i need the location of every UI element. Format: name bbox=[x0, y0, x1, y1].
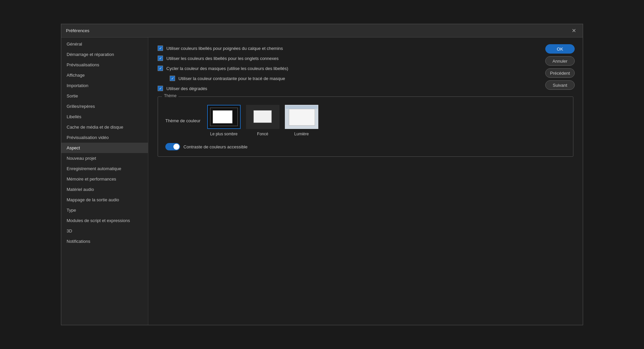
theme-color-label: Thème de couleur bbox=[165, 105, 200, 123]
theme-option-lumiere[interactable]: Lumière bbox=[285, 105, 318, 136]
sidebar-item-libelles[interactable]: Libellés bbox=[61, 112, 148, 122]
checkbox-cb3[interactable]: ✓ bbox=[158, 66, 163, 71]
sidebar-item-sortie[interactable]: Sortie bbox=[61, 91, 148, 101]
sidebar-item-previsualisation-video[interactable]: Prévisualisation vidéo bbox=[61, 132, 148, 143]
checkbox-cb5[interactable]: ✓ bbox=[158, 86, 163, 91]
checkmark-icon: ✓ bbox=[171, 77, 174, 80]
sidebar-item-mappage-audio[interactable]: Mappage de la sortie audio bbox=[61, 195, 148, 205]
checkbox-label-cb4: Utiliser la couleur contrastante pour le… bbox=[178, 76, 285, 81]
toggle-label: Contraste de couleurs accessible bbox=[183, 144, 248, 149]
thumb-inner bbox=[289, 109, 315, 126]
sidebar-item-general[interactable]: Général bbox=[61, 39, 148, 49]
ok-button[interactable]: OK bbox=[545, 44, 575, 54]
sidebar-item-aspect[interactable]: Aspect bbox=[61, 143, 148, 153]
checkbox-row-cb4: ✓Utiliser la couleur contrastante pour l… bbox=[170, 76, 573, 81]
theme-option-label-darkest: Le plus sombre bbox=[210, 132, 238, 136]
preferences-dialog: Préférences ✕ GénéralDémarrage et répara… bbox=[61, 24, 583, 325]
thumb-topbar bbox=[286, 106, 318, 109]
sidebar-item-notifications[interactable]: Notifications bbox=[61, 236, 148, 247]
checkbox-label-cb5: Utiliser des dégradés bbox=[166, 86, 207, 91]
action-buttons: OK Annuler Précédent Suivant bbox=[545, 44, 575, 90]
checkboxes-container: ✓Utiliser couleurs libellés pour poignée… bbox=[158, 46, 573, 91]
sidebar-item-nouveau-projet[interactable]: Nouveau projet bbox=[61, 153, 148, 163]
checkmark-icon: ✓ bbox=[159, 47, 162, 50]
sidebar-item-demarrage[interactable]: Démarrage et réparation bbox=[61, 49, 148, 60]
checkbox-row-cb5: ✓Utiliser des dégradés bbox=[158, 86, 573, 91]
sidebar-item-3d[interactable]: 3D bbox=[61, 226, 148, 236]
sidebar-item-importation[interactable]: Importation bbox=[61, 80, 148, 91]
theme-option-label-fonce: Foncé bbox=[257, 132, 268, 136]
checkmark-icon: ✓ bbox=[159, 87, 162, 90]
sidebar-item-modules-script[interactable]: Modules de script et expressions bbox=[61, 215, 148, 226]
checkmark-icon: ✓ bbox=[159, 67, 162, 70]
checkbox-cb2[interactable]: ✓ bbox=[158, 56, 163, 61]
checkbox-row-cb1: ✓Utiliser couleurs libellés pour poignée… bbox=[158, 46, 573, 51]
theme-thumbnail-darkest bbox=[207, 105, 241, 129]
sidebar-item-affichage[interactable]: Affichage bbox=[61, 70, 148, 80]
precedent-button[interactable]: Précédent bbox=[545, 68, 575, 78]
theme-options: Le plus sombreFoncéLumière bbox=[207, 105, 318, 136]
toggle-knob bbox=[173, 144, 179, 150]
checkbox-label-cb2: Utiliser les couleurs des libellés pour … bbox=[166, 56, 278, 61]
suivant-button[interactable]: Suivant bbox=[545, 80, 575, 90]
sidebar-item-previsualisations[interactable]: Prévisualisations bbox=[61, 60, 148, 70]
sidebar: GénéralDémarrage et réparationPrévisuali… bbox=[61, 38, 148, 325]
sidebar-item-grilles[interactable]: Grilles/repères bbox=[61, 101, 148, 112]
checkbox-label-cb1: Utiliser couleurs libellés pour poignées… bbox=[166, 46, 283, 51]
checkbox-row-cb3: ✓Cycler la couleur des masques (utilise … bbox=[158, 66, 573, 71]
theme-option-label-lumiere: Lumière bbox=[294, 132, 309, 136]
thumb-inner bbox=[213, 110, 233, 124]
sidebar-item-materiel-audio[interactable]: Matériel audio bbox=[61, 184, 148, 195]
checkbox-row-cb2: ✓Utiliser les couleurs des libellés pour… bbox=[158, 56, 573, 61]
checkbox-label-cb3: Cycler la couleur des masques (utilise l… bbox=[166, 66, 288, 71]
toggle-row: Contraste de couleurs accessible bbox=[165, 143, 566, 150]
theme-section-label: Thème bbox=[162, 93, 178, 98]
dialog-title: Préférences bbox=[66, 28, 89, 33]
theme-option-fonce[interactable]: Foncé bbox=[246, 105, 279, 136]
checkbox-cb4[interactable]: ✓ bbox=[170, 76, 175, 81]
sidebar-item-memoire[interactable]: Mémoire et performances bbox=[61, 174, 148, 184]
checkbox-cb1[interactable]: ✓ bbox=[158, 46, 163, 51]
theme-section: Thème Thème de couleur Le plus sombreFon… bbox=[158, 96, 573, 157]
title-bar: Préférences ✕ bbox=[61, 24, 583, 38]
sidebar-item-type[interactable]: Type bbox=[61, 205, 148, 215]
dialog-body: GénéralDémarrage et réparationPrévisuali… bbox=[61, 38, 583, 325]
close-button[interactable]: ✕ bbox=[570, 27, 578, 34]
sidebar-item-enregistrement[interactable]: Enregistrement automatique bbox=[61, 163, 148, 174]
annuler-button[interactable]: Annuler bbox=[545, 56, 575, 66]
accessible-contrast-toggle[interactable] bbox=[165, 143, 180, 150]
sidebar-item-cache[interactable]: Cache de média et de disque bbox=[61, 122, 148, 132]
theme-thumbnail-lumiere bbox=[285, 105, 318, 129]
content-area: OK Annuler Précédent Suivant ✓Utiliser c… bbox=[148, 38, 583, 325]
checkmark-icon: ✓ bbox=[159, 57, 162, 60]
theme-thumbnail-fonce bbox=[246, 105, 279, 129]
thumb-inner bbox=[253, 110, 272, 123]
theme-option-darkest[interactable]: Le plus sombre bbox=[207, 105, 241, 136]
theme-row: Thème de couleur Le plus sombreFoncéLumi… bbox=[165, 105, 566, 136]
